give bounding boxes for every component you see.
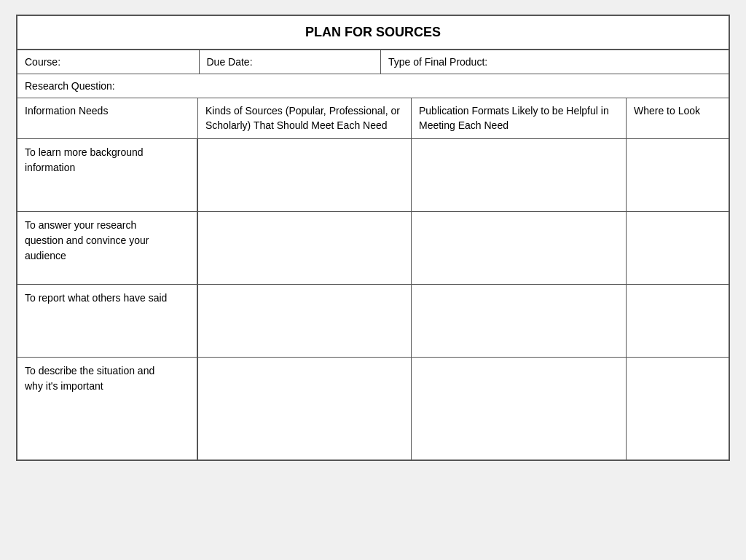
table-row: To report what others have said <box>17 285 729 358</box>
meta-row: Course: Due Date: Type of Final Product: <box>17 50 729 74</box>
due-date-field: Due Date: <box>200 50 382 74</box>
sub-col-4 <box>176 358 197 460</box>
pub-formats-1 <box>412 139 627 211</box>
info-need-3: To report what others have said <box>17 285 176 357</box>
kinds-sources-2 <box>198 212 412 284</box>
where-to-look-1 <box>627 139 729 211</box>
col-header-publication-formats: Publication Formats Likely to be Helpful… <box>412 98 627 138</box>
info-need-4: To describe the situation and why it's i… <box>17 358 176 460</box>
info-need-1: To learn more background information <box>17 139 176 211</box>
final-product-label: Type of Final Product: <box>388 56 487 68</box>
kinds-sources-1 <box>198 139 412 211</box>
research-question-row: Research Question: <box>17 74 729 98</box>
due-date-label: Due Date: <box>207 56 253 68</box>
table-row: To describe the situation and why it's i… <box>17 358 729 460</box>
table-header-row: Information Needs Kinds of Sources (Popu… <box>17 98 729 139</box>
plan-for-sources-document: PLAN FOR SOURCES Course: Due Date: Type … <box>16 15 730 461</box>
kinds-sources-3 <box>198 285 412 357</box>
research-question-label: Research Question: <box>25 80 115 92</box>
document-title: PLAN FOR SOURCES <box>17 16 729 50</box>
where-to-look-3 <box>627 285 729 357</box>
final-product-field: Type of Final Product: <box>381 50 729 74</box>
kinds-sources-4 <box>198 358 412 460</box>
table-row: To learn more background information <box>17 139 729 212</box>
main-table: Information Needs Kinds of Sources (Popu… <box>17 98 729 460</box>
sub-col-1 <box>176 139 197 211</box>
sub-col-3 <box>176 285 197 357</box>
course-label: Course: <box>25 56 60 68</box>
col-header-kinds-of-sources: Kinds of Sources (Popular, Professional,… <box>198 98 412 138</box>
where-to-look-2 <box>627 212 729 284</box>
pub-formats-2 <box>412 212 627 284</box>
info-need-2: To answer your research question and con… <box>17 212 176 284</box>
pub-formats-4 <box>412 358 627 460</box>
where-to-look-4 <box>627 358 729 460</box>
table-row: To answer your research question and con… <box>17 212 729 285</box>
pub-formats-3 <box>412 285 627 357</box>
col-header-information-needs: Information Needs <box>17 98 198 138</box>
col-header-where-to-look: Where to Look <box>627 98 729 138</box>
course-field: Course: <box>17 50 200 74</box>
sub-col-2 <box>176 212 197 284</box>
